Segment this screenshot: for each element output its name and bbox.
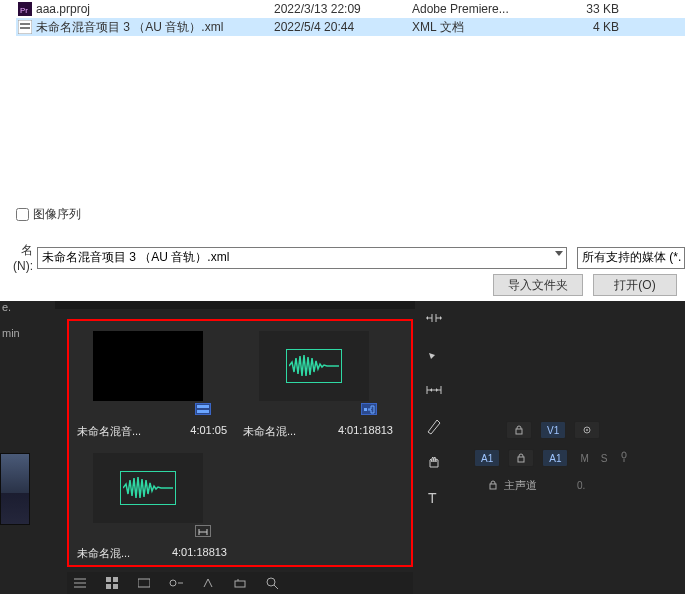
pen-tool-icon[interactable] bbox=[423, 415, 445, 437]
file-name: aaa.prproj bbox=[34, 2, 274, 16]
file-name: 未命名混音项目 3 （AU 音轨）.xml bbox=[34, 19, 274, 36]
icon-view-icon[interactable] bbox=[105, 576, 119, 590]
file-date: 2022/5/4 20:44 bbox=[274, 20, 412, 34]
audio-thumb bbox=[93, 453, 203, 523]
project-item-audio[interactable]: 未命名混... 4:01:18813 bbox=[239, 323, 399, 443]
image-sequence-input[interactable] bbox=[16, 208, 29, 221]
rate-stretch-tool-icon[interactable] bbox=[423, 343, 445, 365]
a1-target-button[interactable]: A1 bbox=[542, 449, 568, 467]
prproj-icon: Pr bbox=[16, 1, 34, 17]
sequence-badge-icon bbox=[195, 403, 211, 415]
open-button[interactable]: 打开(O) bbox=[593, 274, 677, 296]
automate-icon[interactable] bbox=[233, 576, 247, 590]
project-panel: 未命名混音... 4:01:05 未命名混... 4:01:18813 bbox=[55, 301, 415, 594]
file-size: 33 KB bbox=[557, 2, 627, 16]
item-name: 未命名混音... bbox=[77, 424, 141, 439]
filename-label: 名(N): bbox=[0, 242, 33, 273]
track-output-icon[interactable] bbox=[574, 421, 600, 439]
import-folder-button[interactable]: 导入文件夹 bbox=[493, 274, 583, 296]
waveform-icon bbox=[120, 471, 176, 505]
sort-icon[interactable] bbox=[201, 576, 215, 590]
mute-button[interactable]: M bbox=[580, 453, 588, 464]
svg-line-24 bbox=[274, 585, 278, 589]
file-size: 4 KB bbox=[557, 20, 627, 34]
file-open-dialog: Pr aaa.prproj 2022/3/13 22:09 Adobe Prem… bbox=[0, 0, 685, 301]
svg-rect-5 bbox=[197, 405, 209, 408]
video-track-row[interactable]: V1 bbox=[468, 416, 685, 444]
zoom-slider-icon[interactable] bbox=[169, 576, 183, 590]
svg-rect-29 bbox=[516, 429, 522, 434]
filename-combobox[interactable]: 未命名混音项目 3 （AU 音轨）.xml bbox=[37, 247, 567, 269]
dialog-button-row: 导入文件夹 打开(O) bbox=[483, 274, 677, 296]
master-track-row[interactable]: 主声道 0. bbox=[468, 478, 685, 493]
svg-rect-32 bbox=[518, 457, 524, 462]
voice-over-icon[interactable] bbox=[619, 451, 629, 465]
audio-track-row[interactable]: A1 A1 M S bbox=[468, 444, 685, 472]
svg-text:Pr: Pr bbox=[20, 6, 28, 15]
project-item-audio[interactable]: 未命名混... 4:01:18813 bbox=[73, 445, 233, 565]
premiere-panel: e. min 未命名混音... 4:01:05 bbox=[0, 301, 685, 594]
master-output: 0. bbox=[577, 480, 585, 491]
tool-strip: T bbox=[420, 307, 448, 547]
svg-point-19 bbox=[170, 580, 176, 586]
item-label: 未命名混... 4:01:18813 bbox=[243, 424, 393, 439]
left-text-1: e. bbox=[0, 301, 32, 313]
track-lock-icon[interactable] bbox=[508, 449, 534, 467]
item-name: 未命名混... bbox=[243, 424, 296, 439]
list-view-icon[interactable] bbox=[73, 576, 87, 590]
svg-text:T: T bbox=[428, 490, 437, 506]
filetype-combobox[interactable]: 所有支持的媒体 (*. bbox=[577, 247, 685, 269]
svg-rect-21 bbox=[235, 581, 245, 587]
project-item-sequence[interactable]: 未命名混音... 4:01:05 bbox=[73, 323, 233, 443]
audio-badge-icon bbox=[195, 525, 211, 537]
file-type: XML 文档 bbox=[412, 19, 557, 36]
svg-rect-18 bbox=[138, 579, 150, 587]
svg-rect-14 bbox=[106, 577, 111, 582]
file-row[interactable]: Pr aaa.prproj 2022/3/13 22:09 Adobe Prem… bbox=[16, 0, 685, 18]
solo-button[interactable]: S bbox=[601, 453, 608, 464]
image-sequence-label: 图像序列 bbox=[33, 206, 81, 223]
track-lock-icon[interactable] bbox=[506, 421, 532, 439]
file-row[interactable]: 未命名混音项目 3 （AU 音轨）.xml 2022/5/4 20:44 XML… bbox=[16, 18, 685, 36]
a1-source-button[interactable]: A1 bbox=[474, 449, 500, 467]
lock-icon[interactable] bbox=[488, 480, 498, 492]
svg-rect-7 bbox=[364, 408, 367, 411]
xml-icon bbox=[16, 19, 34, 35]
chevron-down-icon bbox=[555, 251, 563, 256]
svg-rect-15 bbox=[113, 577, 118, 582]
timeline-tracks: V1 A1 A1 M S 主声道 0. bbox=[468, 416, 685, 476]
import-folder-label: 导入文件夹 bbox=[508, 277, 568, 294]
master-label: 主声道 bbox=[504, 478, 537, 493]
svg-rect-35 bbox=[490, 484, 496, 489]
v1-track-button[interactable]: V1 bbox=[540, 421, 566, 439]
project-panel-footer bbox=[67, 572, 413, 594]
waveform-icon bbox=[286, 349, 342, 383]
program-monitor-thumb[interactable] bbox=[0, 453, 30, 525]
item-label: 未命名混音... 4:01:05 bbox=[77, 424, 227, 439]
svg-rect-33 bbox=[622, 452, 626, 458]
sequence-thumb bbox=[93, 331, 203, 401]
audio-badge-icon bbox=[361, 403, 377, 415]
type-tool-icon[interactable]: T bbox=[423, 487, 445, 509]
file-type: Adobe Premiere... bbox=[412, 2, 557, 16]
svg-rect-16 bbox=[106, 584, 111, 589]
filename-value: 未命名混音项目 3 （AU 音轨）.xml bbox=[42, 249, 229, 266]
svg-rect-4 bbox=[20, 27, 30, 29]
item-duration: 4:01:05 bbox=[190, 424, 227, 439]
project-panel-header bbox=[55, 301, 415, 309]
open-label: 打开(O) bbox=[614, 277, 655, 294]
ripple-edit-tool-icon[interactable] bbox=[423, 307, 445, 329]
hand-tool-icon[interactable] bbox=[423, 451, 445, 473]
project-bin-grid[interactable]: 未命名混音... 4:01:05 未命名混... 4:01:18813 bbox=[67, 319, 413, 567]
image-sequence-checkbox[interactable]: 图像序列 bbox=[16, 206, 81, 223]
left-column: e. min bbox=[0, 301, 32, 594]
freeform-view-icon[interactable] bbox=[137, 576, 151, 590]
svg-point-23 bbox=[267, 578, 275, 586]
item-name: 未命名混... bbox=[77, 546, 130, 561]
audio-thumb bbox=[259, 331, 369, 401]
filetype-value: 所有支持的媒体 (*. bbox=[582, 249, 681, 266]
file-list[interactable]: Pr aaa.prproj 2022/3/13 22:09 Adobe Prem… bbox=[16, 0, 685, 200]
slip-tool-icon[interactable] bbox=[423, 379, 445, 401]
find-icon[interactable] bbox=[265, 576, 279, 590]
file-date: 2022/3/13 22:09 bbox=[274, 2, 412, 16]
